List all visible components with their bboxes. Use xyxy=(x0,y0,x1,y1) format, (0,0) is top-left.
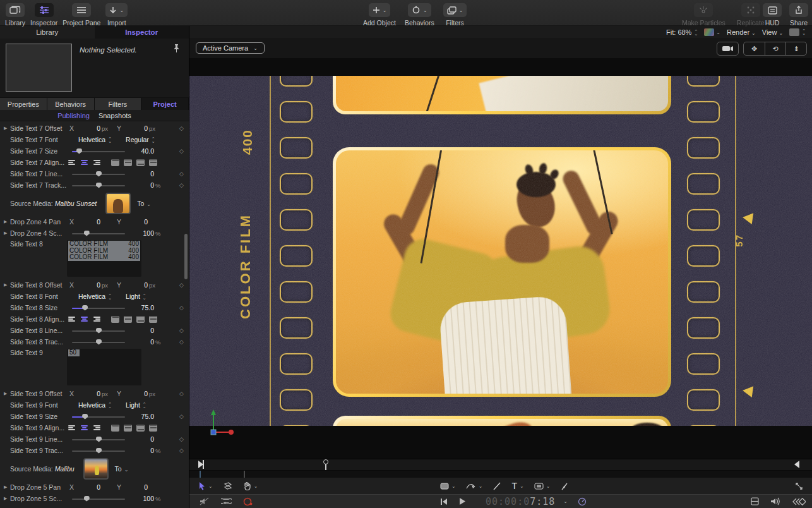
text-tool[interactable]: T⌄ xyxy=(511,481,523,491)
timecode-display[interactable]: 00:00:07:18 xyxy=(486,496,555,507)
disclosure-triangle-icon[interactable]: ▶ xyxy=(4,219,10,224)
align-right-icon[interactable] xyxy=(92,316,102,323)
toolbar-button-project-pane[interactable]: Project Pane xyxy=(63,3,100,27)
disclosure-triangle-icon[interactable]: ▶ xyxy=(4,231,10,236)
slider-value-field[interactable]: 75.0 xyxy=(125,413,154,420)
slider-control[interactable] xyxy=(72,496,125,502)
keyframe-diamond-icon[interactable]: ◇ xyxy=(179,390,184,397)
slider-value-field[interactable]: 0 xyxy=(125,327,154,334)
align-left-icon[interactable] xyxy=(67,425,76,432)
audio-icon[interactable] xyxy=(770,497,780,505)
pan-view-icon[interactable]: ✥ xyxy=(744,42,765,55)
slider-control[interactable] xyxy=(72,183,125,188)
slider-control[interactable] xyxy=(72,305,125,311)
slider-control[interactable] xyxy=(72,231,125,236)
font-weight-select[interactable]: Light⌃⌄ xyxy=(126,401,146,409)
keyframe-nav-icon[interactable] xyxy=(792,498,806,505)
valign-top-icon[interactable] xyxy=(111,159,119,166)
slider-value-field[interactable]: 0 xyxy=(125,181,154,189)
slider-value-field[interactable]: 0 xyxy=(125,435,154,443)
align-left-icon[interactable] xyxy=(67,159,76,166)
disclosure-triangle-icon[interactable]: ▶ xyxy=(4,496,10,501)
fit-zoom-control[interactable]: Fit: 68%⌃⌄ xyxy=(666,28,698,36)
render-menu[interactable]: Render⌄ xyxy=(727,28,756,36)
valign-bottom-icon[interactable] xyxy=(136,425,145,432)
media-to-dropdown[interactable]: To⌄ xyxy=(115,465,129,473)
keyframe-diamond-icon[interactable]: ◇ xyxy=(179,339,184,345)
inspector-tab-filters[interactable]: Filters xyxy=(95,98,142,110)
disclosure-triangle-icon[interactable]: ▶ xyxy=(4,391,10,396)
valign-justify-icon[interactable] xyxy=(149,316,157,323)
slider-control[interactable] xyxy=(72,437,125,442)
mute-audio-icon[interactable] xyxy=(200,497,210,505)
valign-bottom-icon[interactable] xyxy=(136,316,145,323)
playhead[interactable] xyxy=(325,461,326,470)
disclosure-triangle-icon[interactable]: ▶ xyxy=(4,126,10,131)
disclosure-triangle-icon[interactable]: ▶ xyxy=(4,485,10,490)
expand-timeline-icon[interactable] xyxy=(795,482,803,490)
valign-middle-icon[interactable] xyxy=(124,159,132,166)
disclosure-triangle-icon[interactable]: ▶ xyxy=(4,282,10,287)
x-value-field[interactable]: 0 xyxy=(74,218,100,226)
source-media-thumbnail[interactable] xyxy=(83,458,109,480)
timeline-pane-icon[interactable] xyxy=(751,497,759,505)
slider-value-field[interactable]: 0 xyxy=(125,338,154,346)
text-entry-area[interactable]: COLOR FILM400COLOR FILM400COLOR FILM400 xyxy=(67,240,141,277)
mask-tool[interactable]: ⌄ xyxy=(534,483,551,490)
y-value-field[interactable]: 0 xyxy=(121,483,148,491)
toolbar-button-import[interactable]: ⌄Import xyxy=(105,3,128,27)
toolbar-button-behaviors[interactable]: ⌄Behaviors xyxy=(405,3,434,27)
y-value-field[interactable]: 0 xyxy=(121,390,148,397)
bezier-tool[interactable]: ⌄ xyxy=(466,482,483,490)
font-family-select[interactable]: Helvetica⌃⌄ xyxy=(78,136,112,143)
align-left-icon[interactable] xyxy=(67,316,76,323)
slider-control[interactable] xyxy=(72,328,125,334)
slider-control[interactable] xyxy=(72,414,125,420)
y-value-field[interactable]: 0 xyxy=(121,124,148,132)
inspector-tab-properties[interactable]: Properties xyxy=(0,98,47,110)
go-to-start-button[interactable] xyxy=(441,499,448,505)
toolbar-button-inspector[interactable]: Inspector xyxy=(30,3,57,27)
rectangle-tool[interactable]: ⌄ xyxy=(440,483,456,490)
valign-justify-icon[interactable] xyxy=(149,159,157,166)
loop-playback-icon[interactable] xyxy=(221,497,232,505)
toolbar-button-hud[interactable]: HUD xyxy=(763,3,782,27)
source-media-thumbnail[interactable] xyxy=(105,193,131,214)
orbit-view-icon[interactable]: ⟲ xyxy=(765,42,785,55)
align-center-icon[interactable] xyxy=(80,425,89,432)
align-right-icon[interactable] xyxy=(92,425,102,432)
subtab-snapshots[interactable]: Snapshots xyxy=(99,112,131,119)
camera-select[interactable]: Active Camera⌄ xyxy=(196,42,265,54)
text-entry-area[interactable]: 50 xyxy=(67,349,141,385)
slider-control[interactable] xyxy=(72,148,125,154)
out-point-marker[interactable] xyxy=(794,461,799,468)
valign-middle-icon[interactable] xyxy=(124,316,132,323)
keyframe-diamond-icon[interactable]: ◇ xyxy=(179,171,184,177)
x-value-field[interactable]: 0 xyxy=(74,483,100,491)
subtab-publishing[interactable]: Publishing xyxy=(57,112,90,119)
in-point-marker[interactable] xyxy=(198,461,203,468)
y-value-field[interactable]: 0 xyxy=(121,218,148,226)
toolbar-button-add-object[interactable]: ⌄Add Object xyxy=(363,3,396,27)
slider-value-field[interactable]: 0 xyxy=(125,447,154,454)
slider-value-field[interactable]: 100 xyxy=(125,229,154,237)
pin-icon[interactable] xyxy=(173,44,180,56)
play-button[interactable] xyxy=(459,498,465,505)
valign-top-icon[interactable] xyxy=(111,316,119,323)
y-value-field[interactable]: 0 xyxy=(121,281,148,289)
font-weight-select[interactable]: Regular⌃⌄ xyxy=(126,136,155,143)
slider-control[interactable] xyxy=(72,339,125,345)
layout-swatch[interactable]: ⌃⌄ xyxy=(789,28,806,36)
align-right-icon[interactable] xyxy=(92,159,102,166)
playback-rate-icon[interactable] xyxy=(578,497,587,506)
keyframe-diamond-icon[interactable]: ◇ xyxy=(179,282,184,288)
keyframe-diamond-icon[interactable]: ◇ xyxy=(179,436,184,442)
tab-library[interactable]: Library xyxy=(0,26,95,39)
slider-control[interactable] xyxy=(72,448,125,454)
font-family-select[interactable]: Helvetica⌃⌄ xyxy=(78,293,112,300)
media-to-dropdown[interactable]: To⌄ xyxy=(137,200,151,207)
valign-justify-icon[interactable] xyxy=(149,425,157,432)
hand-tool[interactable]: ⌄ xyxy=(243,481,258,490)
toolbar-button-library[interactable]: Library xyxy=(5,3,25,27)
dolly-view-icon[interactable]: ⇟ xyxy=(785,42,806,55)
